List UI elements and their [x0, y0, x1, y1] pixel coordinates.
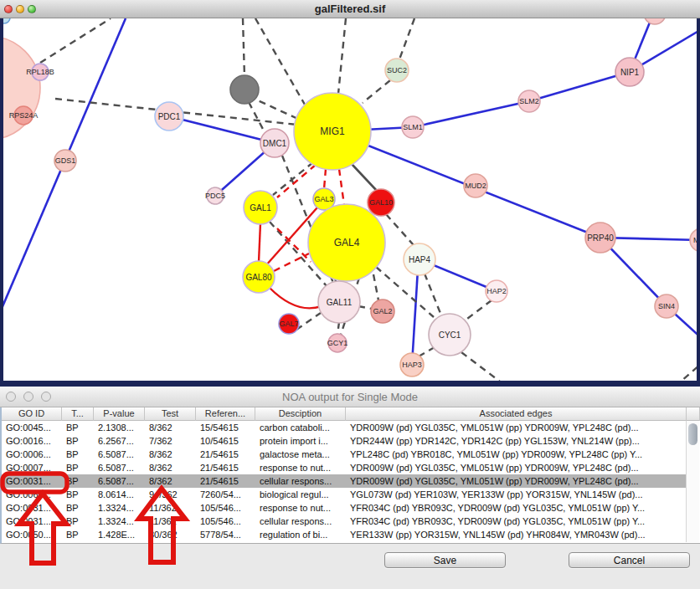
cell: biological regul... — [255, 488, 346, 501]
node-label-NIP1: NIP1 — [620, 68, 640, 77]
node-label-GAL1: GAL1 — [250, 203, 271, 213]
scrollbar-thumb[interactable] — [688, 423, 697, 445]
node-label-GAL11: GAL11 — [327, 298, 353, 307]
table-row[interactable]: GO:0031...BP1.3324...11/362105/546...cel… — [2, 515, 686, 528]
node-label-HAP3: HAP3 — [402, 361, 422, 369]
cell: 105/546... — [196, 501, 255, 515]
cell: 80/362 — [145, 528, 196, 541]
cell: response to nut... — [255, 461, 346, 474]
node-label-MIG1: MIG1 — [320, 125, 345, 137]
cell: 11/362 — [145, 515, 196, 528]
node-label-GAL2: GAL2 — [373, 307, 392, 315]
node-label-HAP2: HAP2 — [486, 287, 507, 295]
cell: GO:0050... — [2, 528, 62, 541]
cell: BP — [62, 515, 94, 528]
cell: GO:0031... — [2, 515, 62, 528]
node-label-GCY1: GCY1 — [327, 339, 348, 347]
column-header-go-id[interactable]: GO ID — [2, 407, 62, 421]
node-label-HAP4: HAP4 — [409, 255, 431, 264]
cell: 8.0614... — [94, 488, 145, 501]
node-label-SLM2: SLM2 — [519, 97, 539, 105]
cell: BP — [62, 488, 94, 501]
table-body: GO:0045...BP2.1308...8/36215/54615carbon… — [2, 421, 686, 541]
network-titlebar[interactable]: galFiltered.sif — [0, 0, 700, 18]
cell: 21/54615 — [196, 448, 255, 461]
cancel-button[interactable]: Cancel — [569, 552, 690, 568]
table-row-selected[interactable]: GO:0031...BP6.5087...8/36221/54615cellul… — [2, 474, 686, 488]
column-header-scroll[interactable] — [687, 407, 700, 421]
cell: 6.2567... — [94, 434, 145, 448]
cell: BP — [62, 461, 94, 474]
table-header: GO IDT...P-valueTestReferen...Desciption… — [2, 407, 700, 421]
table-row[interactable]: GO:0007...BP6.5087...8/36221/54615respon… — [2, 461, 686, 474]
cell: GO:0007... — [2, 461, 62, 474]
node-label-GAL4: GAL4 — [334, 237, 360, 248]
cell: 15/54615 — [196, 421, 255, 434]
cell: cellular respons... — [255, 515, 346, 528]
cell: 8/362 — [145, 461, 196, 474]
node-gray-node[interactable] — [230, 75, 259, 104]
cell: BP — [62, 448, 94, 461]
vertical-scrollbar[interactable] — [686, 421, 699, 542]
screen: galFiltered.sif RPL18BRPS24AGDS1PDC1DMC1… — [0, 0, 700, 589]
node-label-SUC2: SUC2 — [387, 66, 407, 74]
cell: carbon cataboli... — [255, 421, 346, 434]
node-label-RPS24A: RPS24A — [9, 111, 39, 120]
column-header-t-[interactable]: T... — [62, 407, 94, 421]
cell: YDR009W (pd) YGL035C, YML051W (pp) YDR00… — [346, 421, 687, 434]
table-row[interactable]: GO:0050...BP1.428E...80/3625778/54...reg… — [2, 528, 686, 541]
cell: 7/362 — [145, 434, 196, 448]
node-label-SIN4: SIN4 — [658, 302, 675, 310]
cell: YFR034C (pd) YBR093C, YDR009W (pd) YGL03… — [346, 501, 687, 515]
node-label-SLM1: SLM1 — [403, 123, 423, 131]
cell: 10/54615 — [196, 434, 255, 448]
cell: response to nut... — [255, 501, 346, 515]
cell: galactose meta... — [255, 448, 346, 461]
table-row[interactable]: GO:0006...BP6.5087...8/36221/54615galact… — [2, 448, 686, 461]
node-label-PRP40: PRP40 — [587, 233, 614, 243]
cell: 21/54615 — [196, 474, 255, 488]
cell: 2.1308... — [94, 421, 145, 434]
cell: protein import i... — [255, 434, 346, 448]
cell: GO:0031... — [2, 501, 62, 515]
column-header-associated-edges[interactable]: Associated edges — [346, 407, 687, 421]
table-row[interactable]: GO:0045...BP2.1308...8/36215/54615carbon… — [2, 421, 686, 434]
cell: YFR034C (pd) YBR093C, YDR009W (pd) YGL03… — [346, 515, 687, 528]
cell: 7260/54... — [196, 488, 255, 501]
cell: cellular respons... — [255, 474, 346, 488]
save-button[interactable]: Save — [384, 552, 506, 568]
cell: regulation of bi... — [255, 528, 346, 541]
noa-titlebar[interactable]: NOA output for Single Mode — [0, 387, 700, 407]
column-header-p-value[interactable]: P-value — [94, 407, 145, 421]
cell: 6.5087... — [94, 448, 145, 461]
node-label-GDS1: GDS1 — [55, 156, 76, 165]
cell: 1.428E... — [94, 528, 145, 541]
column-header-referen-[interactable]: Referen... — [196, 407, 255, 421]
column-header-desciption[interactable]: Desciption — [255, 407, 346, 421]
cell: BP — [62, 434, 94, 448]
cell: GO:0006... — [2, 448, 62, 461]
node-label-GAL10: GAL10 — [369, 198, 393, 207]
cell: GO:0045... — [2, 421, 62, 434]
node-label-PDC5: PDC5 — [205, 192, 225, 200]
node-label-CYC1: CYC1 — [439, 330, 461, 340]
noa-window: NOA output for Single Mode GO IDT...P-va… — [0, 387, 700, 589]
node-label-DMC1: DMC1 — [263, 139, 287, 148]
cell: GO:0065... — [2, 488, 62, 501]
cell: 6.5087... — [94, 474, 145, 488]
cell: YDR009W (pd) YGL035C, YML051W (pp) YDR00… — [346, 461, 687, 474]
cell: BP — [62, 474, 94, 488]
network-canvas[interactable]: RPL18BRPS24AGDS1PDC1DMC1MIG1SUC2SLM1SLM2… — [0, 18, 700, 387]
network-window-title: galFiltered.sif — [0, 0, 700, 18]
node-label-MUD2: MUD2 — [465, 182, 486, 190]
cell: BP — [62, 528, 94, 541]
cell: 8/362 — [145, 448, 196, 461]
table-row[interactable]: GO:0016...BP6.2567...7/36210/54615protei… — [2, 434, 686, 448]
column-header-test[interactable]: Test — [145, 407, 196, 421]
cell: YDR244W (pp) YDR142C, YDR142C (pp) YGL15… — [346, 434, 687, 448]
cell: BP — [62, 501, 94, 515]
cell: 6.5087... — [94, 461, 145, 474]
table-row[interactable]: GO:0065...BP8.0614...94/3627260/54...bio… — [2, 488, 686, 501]
table-row[interactable]: GO:0031...BP1.3324...11/362105/546...res… — [2, 501, 686, 515]
node-label-PDC1: PDC1 — [158, 112, 181, 121]
